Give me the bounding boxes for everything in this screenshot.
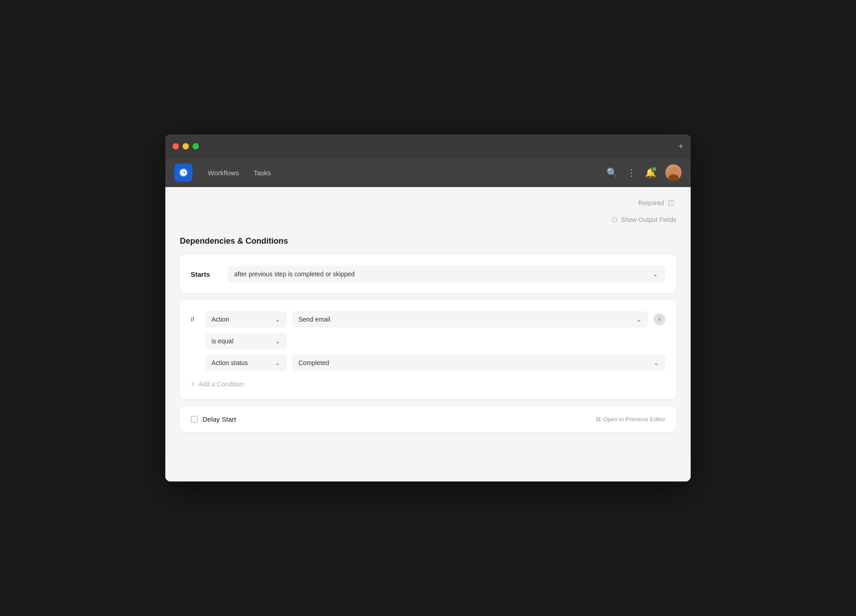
action-status-chevron-icon: ⌄ bbox=[275, 359, 280, 366]
avatar-image bbox=[665, 164, 682, 181]
if-label: If bbox=[191, 316, 200, 323]
add-condition-button[interactable]: + Add a Condition bbox=[191, 376, 244, 388]
minimize-button[interactable] bbox=[183, 143, 189, 149]
delay-start-label: Delay Start bbox=[202, 415, 236, 423]
is-equal-select-value: is equal bbox=[212, 337, 233, 345]
action-status-select-value: Action status bbox=[212, 359, 248, 366]
show-output-button[interactable]: ⊡ Show Output Fields bbox=[611, 215, 676, 224]
notification-icon[interactable]: 🔔 bbox=[645, 167, 656, 178]
starts-select-value: after previous step is completed or skip… bbox=[234, 270, 355, 278]
delay-card: Delay Start ⧉ Open in Previous Editor bbox=[180, 406, 676, 432]
completed-chevron-icon: ⌄ bbox=[654, 359, 659, 366]
titlebar: + bbox=[165, 135, 691, 158]
search-icon[interactable]: 🔍 bbox=[606, 167, 618, 178]
starts-chevron-icon: ⌄ bbox=[653, 270, 658, 278]
open-previous-editor-button[interactable]: ⧉ Open in Previous Editor bbox=[596, 415, 665, 423]
action-select-value: Action bbox=[212, 316, 229, 323]
show-output-label: Show Output Fields bbox=[621, 216, 676, 223]
show-output-row: ⊡ Show Output Fields bbox=[180, 215, 676, 224]
open-previous-label: Open in Previous Editor bbox=[603, 416, 665, 423]
required-icon: ⊡ bbox=[668, 198, 674, 208]
add-condition-plus-icon: + bbox=[191, 380, 195, 388]
required-label: Required bbox=[638, 199, 664, 207]
starts-select[interactable]: after previous step is completed or skip… bbox=[227, 266, 665, 282]
starts-row: Starts after previous step is completed … bbox=[191, 266, 665, 282]
starts-label: Starts bbox=[191, 270, 218, 278]
is-equal-chevron-icon: ⌄ bbox=[275, 337, 280, 345]
traffic-lights bbox=[173, 143, 199, 149]
main-window: + C Workflows Tasks 🔍 ⋮ 🔔 Required bbox=[165, 135, 691, 481]
action-chevron-icon: ⌄ bbox=[275, 316, 280, 323]
section-title: Dependencies & Conditions bbox=[180, 236, 676, 246]
navbar: C Workflows Tasks 🔍 ⋮ 🔔 bbox=[165, 158, 691, 187]
new-tab-button[interactable]: + bbox=[678, 141, 683, 152]
completed-select[interactable]: Completed ⌄ bbox=[292, 355, 665, 371]
external-link-icon: ⧉ bbox=[596, 415, 601, 423]
condition-if-row: If Action ⌄ Send email ⌄ × bbox=[191, 311, 665, 327]
delay-left: Delay Start bbox=[191, 415, 236, 423]
send-email-select[interactable]: Send email ⌄ bbox=[292, 311, 648, 327]
delay-row: Delay Start ⧉ Open in Previous Editor bbox=[191, 415, 665, 423]
required-row: Required ⊡ bbox=[180, 198, 676, 208]
maximize-button[interactable] bbox=[192, 143, 199, 149]
condition-card: If Action ⌄ Send email ⌄ × is equal ⌄ bbox=[180, 300, 676, 399]
delay-start-checkbox[interactable] bbox=[191, 416, 198, 423]
main-content: Required ⊡ ⊡ Show Output Fields Dependen… bbox=[165, 187, 691, 481]
action-status-select[interactable]: Action status ⌄ bbox=[205, 355, 287, 371]
app-logo[interactable]: C bbox=[174, 164, 192, 182]
svg-text:C: C bbox=[182, 170, 185, 175]
is-equal-select[interactable]: is equal ⌄ bbox=[205, 333, 287, 349]
nav-right: 🔍 ⋮ 🔔 bbox=[606, 164, 682, 181]
completed-select-value: Completed bbox=[298, 359, 329, 366]
send-email-select-value: Send email bbox=[298, 316, 330, 323]
avatar[interactable] bbox=[665, 164, 682, 181]
nav-workflows[interactable]: Workflows bbox=[202, 165, 245, 180]
is-equal-row: is equal ⌄ bbox=[205, 333, 665, 349]
nav-links: Workflows Tasks bbox=[202, 165, 606, 180]
remove-condition-button[interactable]: × bbox=[654, 313, 665, 325]
nav-tasks[interactable]: Tasks bbox=[247, 165, 277, 180]
starts-card: Starts after previous step is completed … bbox=[180, 255, 676, 293]
action-status-row: Action status ⌄ Completed ⌄ bbox=[205, 355, 665, 371]
output-icon: ⊡ bbox=[611, 215, 617, 224]
grid-icon[interactable]: ⋮ bbox=[627, 167, 636, 178]
send-email-chevron-icon: ⌄ bbox=[636, 316, 642, 323]
action-select[interactable]: Action ⌄ bbox=[205, 311, 287, 327]
close-button[interactable] bbox=[173, 143, 179, 149]
add-condition-label: Add a Condition bbox=[198, 380, 244, 388]
